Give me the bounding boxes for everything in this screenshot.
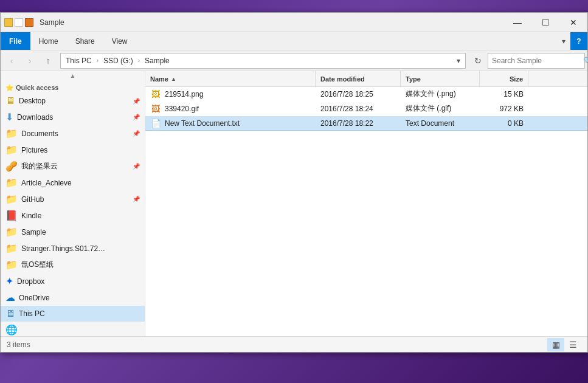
sidebar: ▲ ⭐ Quick access 🖥 Desktop 📌 ⬇ Downloads… [1, 71, 145, 336]
window-title: Sample [37, 18, 503, 27]
file-type-txt: Text Document [406, 119, 454, 128]
col-type-label: Type [406, 75, 421, 83]
col-sort-icon: ▲ [171, 76, 176, 82]
view-btn-list[interactable]: ☰ [564, 338, 581, 351]
search-input[interactable] [492, 57, 583, 65]
path-sep-1: › [97, 57, 99, 64]
desktop-folder-icon: 🖥 [5, 95, 15, 106]
status-bar: 3 items ▦ ☰ [1, 336, 587, 352]
menu-view[interactable]: View [103, 32, 136, 50]
table-row[interactable]: 📄 New Text Document.txt 2016/7/28 18:22 … [145, 116, 587, 131]
address-path: This PC › SSD (G:) › Sample [63, 56, 454, 66]
sidebar-scroll-up[interactable]: ▲ [1, 71, 145, 80]
thispc-icon: 🖥 [5, 308, 15, 319]
sidebar-item-sample[interactable]: 📁 Sample [1, 224, 145, 240]
qios-folder-icon: 📁 [5, 259, 18, 271]
sidebar-item-jianguo[interactable]: 🥜 我的坚果云 📌 [1, 158, 145, 174]
table-row[interactable]: 🖼 219514.png 2016/7/28 18:25 媒体文件 (.png)… [145, 87, 587, 102]
search-icon: 🔍 [583, 57, 588, 65]
sidebar-item-qios[interactable]: 📁 氙OS壁纸 [1, 257, 145, 273]
sidebar-item-desktop[interactable]: 🖥 Desktop 📌 [1, 93, 145, 109]
maximize-button[interactable]: ☐ [531, 13, 559, 32]
file-list-header: Name ▲ Date modified Type Size [145, 71, 587, 87]
path-ssd[interactable]: SSD (G:) [101, 56, 136, 66]
sidebar-item-network[interactable]: 🌐 [1, 322, 145, 336]
menu-file[interactable]: File [1, 32, 30, 50]
sidebar-item-github[interactable]: 📁 GitHub 📌 [1, 191, 145, 207]
file-date-png: 2016/7/28 18:25 [320, 90, 373, 98]
downloads-pin-icon: 📌 [133, 114, 140, 120]
file-name-txt: New Text Document.txt [165, 119, 240, 128]
sidebar-item-label-dropbox: Dropbox [17, 277, 44, 286]
sidebar-item-label-sample: Sample [21, 228, 46, 236]
forward-button[interactable]: › [21, 53, 38, 69]
file-size-gif: 972 KB [500, 105, 524, 113]
txt-file-icon: 📄 [150, 118, 161, 129]
jianguo-pin-icon: 📌 [133, 163, 140, 170]
title-icon-1 [4, 18, 13, 27]
file-type-png: 媒体文件 (.png) [406, 89, 456, 99]
sidebar-item-label-kindle: Kindle [21, 212, 41, 220]
col-name-label: Name [150, 75, 168, 83]
file-name-cell-txt: 📄 New Text Document.txt [145, 116, 316, 130]
gif-file-icon: 🖼 [150, 103, 161, 114]
sidebar-item-article[interactable]: 📁 Article_Achieve [1, 174, 145, 191]
close-button[interactable]: ✕ [559, 13, 587, 32]
sidebar-item-dropbox[interactable]: ✦ Dropbox [1, 273, 145, 289]
back-button[interactable]: ‹ [3, 53, 20, 69]
col-header-type[interactable]: Type [401, 71, 480, 86]
path-sample[interactable]: Sample [142, 56, 172, 66]
kindle-folder-icon: 📕 [5, 210, 18, 221]
documents-folder-icon: 📁 [5, 128, 18, 139]
file-date-cell-png: 2016/7/28 18:25 [316, 87, 401, 101]
path-dropdown-icon[interactable]: ▾ [454, 57, 463, 65]
jianguo-folder-icon: 🥜 [5, 160, 18, 172]
quick-access-header: ⭐ Quick access [1, 80, 145, 93]
sidebar-item-kindle[interactable]: 📕 Kindle [1, 207, 145, 224]
file-type-gif: 媒体文件 (.gif) [406, 103, 451, 114]
col-date-label: Date modified [320, 75, 365, 83]
up-button[interactable]: ↑ [40, 53, 57, 69]
article-folder-icon: 📁 [5, 177, 18, 188]
sidebar-item-documents[interactable]: 📁 Documents 📌 [1, 125, 145, 142]
downloads-folder-icon: ⬇ [5, 111, 13, 123]
sidebar-item-downloads[interactable]: ⬇ Downloads 📌 [1, 109, 145, 125]
sidebar-item-label-jianguo: 我的坚果云 [21, 161, 58, 171]
refresh-button[interactable]: ↻ [469, 53, 486, 69]
file-date-gif: 2016/7/28 18:24 [320, 105, 373, 113]
sidebar-item-onedrive[interactable]: ☁ OneDrive [1, 289, 145, 306]
view-btn-icons[interactable]: ▦ [547, 338, 564, 351]
menu-chevron[interactable]: ▾ [557, 32, 570, 50]
table-row[interactable]: 🖼 339420.gif 2016/7/28 18:24 媒体文件 (.gif)… [145, 102, 587, 116]
desktop-pin-icon: 📌 [133, 98, 140, 105]
stranger-folder-icon: 📁 [5, 243, 18, 254]
sidebar-item-label-stranger: Stranger.Things.S01.720p.N [21, 244, 106, 253]
file-date-cell-txt: 2016/7/28 18:22 [316, 116, 401, 130]
sidebar-item-label-qios: 氙OS壁纸 [21, 260, 54, 270]
col-header-name[interactable]: Name ▲ [145, 71, 316, 86]
col-header-date[interactable]: Date modified [316, 71, 401, 86]
main-content: ▲ ⭐ Quick access 🖥 Desktop 📌 ⬇ Downloads… [1, 71, 587, 336]
col-header-size[interactable]: Size [480, 71, 528, 86]
file-name-cell-png: 🖼 219514.png [145, 87, 316, 101]
path-this-pc[interactable]: This PC [63, 56, 94, 66]
minimize-button[interactable]: — [503, 13, 531, 32]
sidebar-item-label-pictures: Pictures [21, 146, 47, 154]
sidebar-item-pictures[interactable]: 📁 Pictures [1, 142, 145, 158]
menu-share[interactable]: Share [67, 32, 103, 50]
file-size-png: 15 KB [503, 90, 524, 98]
file-size-cell-png: 15 KB [480, 87, 528, 101]
sidebar-item-stranger[interactable]: 📁 Stranger.Things.S01.720p.N [1, 240, 145, 257]
sidebar-item-label-documents: Documents [21, 129, 58, 138]
github-folder-icon: 📁 [5, 193, 18, 205]
address-bar[interactable]: This PC › SSD (G:) › Sample ▾ [60, 53, 466, 69]
menu-help[interactable]: ? [570, 32, 587, 50]
menu-home[interactable]: Home [30, 32, 67, 50]
file-type-cell-gif: 媒体文件 (.gif) [401, 102, 480, 116]
search-box[interactable]: 🔍 [488, 53, 585, 69]
nav-bar: ‹ › ↑ This PC › SSD (G:) › Sample ▾ ↻ 🔍 [1, 50, 587, 71]
sidebar-item-label-article: Article_Achieve [21, 179, 72, 187]
window-controls: — ☐ ✕ [503, 13, 587, 32]
sidebar-item-thispc[interactable]: 🖥 This PC [1, 306, 145, 322]
file-date-cell-gif: 2016/7/28 18:24 [316, 102, 401, 116]
